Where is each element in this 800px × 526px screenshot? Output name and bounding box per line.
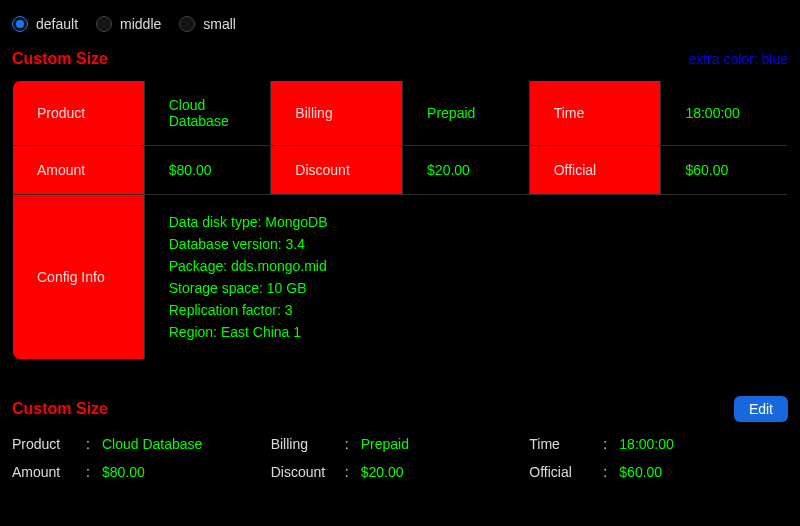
desc-label-time: Time [529, 436, 560, 452]
desc-value-time: 18:00:00 [661, 81, 788, 146]
table-row: Amount : $80.00 Discount : $20.00 Offici… [12, 464, 788, 492]
descriptions-bordered-table: Product Cloud Database Billing Prepaid T… [12, 80, 788, 360]
config-line: Storage space: 10 GB [169, 277, 763, 299]
radio-label: default [36, 16, 78, 32]
desc-value-discount: $20.00 [361, 464, 404, 480]
desc-label-product: Product [13, 81, 145, 146]
descriptions-extra: extra color: blue [688, 51, 788, 67]
config-line: Replication factor: 3 [169, 299, 763, 321]
desc-value-product: Cloud Database [102, 436, 202, 452]
config-line: Region: East China 1 [169, 321, 763, 343]
config-line: Database version: 3.4 [169, 233, 763, 255]
radio-label: middle [120, 16, 161, 32]
desc-value-config: Data disk type: MongoDB Database version… [144, 195, 787, 360]
table-row: Product Cloud Database Billing Prepaid T… [13, 81, 788, 146]
size-radio-group: default middle small [12, 12, 788, 50]
colon-icon: : [86, 464, 90, 480]
radio-label: small [203, 16, 236, 32]
desc-value-time: 18:00:00 [619, 436, 674, 452]
radio-default[interactable]: default [12, 16, 78, 32]
desc-value-billing: Prepaid [361, 436, 409, 452]
desc-value-billing: Prepaid [403, 81, 530, 146]
colon-icon: : [603, 464, 607, 480]
radio-middle[interactable]: middle [96, 16, 161, 32]
descriptions-plain-table: Product : Cloud Database Billing : Prepa… [12, 436, 788, 492]
radio-circle-icon [96, 16, 112, 32]
radio-circle-icon [179, 16, 195, 32]
desc-value-official: $60.00 [661, 146, 788, 195]
desc-label-discount: Discount [271, 146, 403, 195]
descriptions-header: Custom Size Edit [12, 396, 788, 422]
desc-label-product: Product [12, 436, 60, 452]
descriptions-header: Custom Size extra color: blue [12, 50, 788, 68]
desc-value-product: Cloud Database [144, 81, 271, 146]
descriptions-title: Custom Size [12, 400, 108, 418]
descriptions-section-2: Custom Size Edit Product : Cloud Databas… [12, 396, 788, 492]
desc-label-time: Time [529, 81, 661, 146]
desc-label-amount: Amount [13, 146, 145, 195]
desc-label-amount: Amount [12, 464, 60, 480]
colon-icon: : [345, 464, 349, 480]
colon-icon: : [603, 436, 607, 452]
desc-value-amount: $80.00 [144, 146, 271, 195]
radio-circle-icon [12, 16, 28, 32]
config-line: Data disk type: MongoDB [169, 211, 763, 233]
desc-label-billing: Billing [271, 436, 308, 452]
desc-label-discount: Discount [271, 464, 325, 480]
radio-dot-icon [16, 20, 24, 28]
descriptions-title: Custom Size [12, 50, 108, 68]
desc-label-official: Official [529, 146, 661, 195]
radio-small[interactable]: small [179, 16, 236, 32]
desc-value-amount: $80.00 [102, 464, 145, 480]
desc-label-billing: Billing [271, 81, 403, 146]
edit-button[interactable]: Edit [734, 396, 788, 422]
desc-value-discount: $20.00 [403, 146, 530, 195]
table-row: Product : Cloud Database Billing : Prepa… [12, 436, 788, 464]
config-line: Package: dds.mongo.mid [169, 255, 763, 277]
table-row: Config Info Data disk type: MongoDB Data… [13, 195, 788, 360]
desc-label-config: Config Info [13, 195, 145, 360]
desc-label-official: Official [529, 464, 572, 480]
table-row: Amount $80.00 Discount $20.00 Official $… [13, 146, 788, 195]
colon-icon: : [86, 436, 90, 452]
colon-icon: : [345, 436, 349, 452]
desc-value-official: $60.00 [619, 464, 662, 480]
